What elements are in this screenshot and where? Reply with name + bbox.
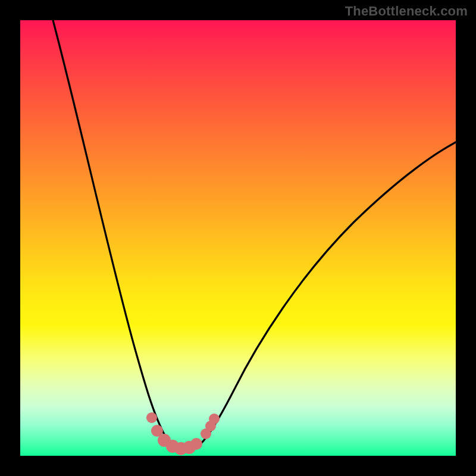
marker-dot	[190, 438, 202, 450]
bottleneck-curve-svg	[20, 20, 456, 456]
watermark-text: TheBottleneck.com	[345, 4, 468, 19]
plot-area	[20, 20, 456, 456]
marker-dot	[146, 412, 157, 423]
chart-frame: TheBottleneck.com	[0, 0, 476, 476]
bottleneck-curve-path	[53, 20, 456, 451]
marker-dot	[209, 414, 220, 424]
